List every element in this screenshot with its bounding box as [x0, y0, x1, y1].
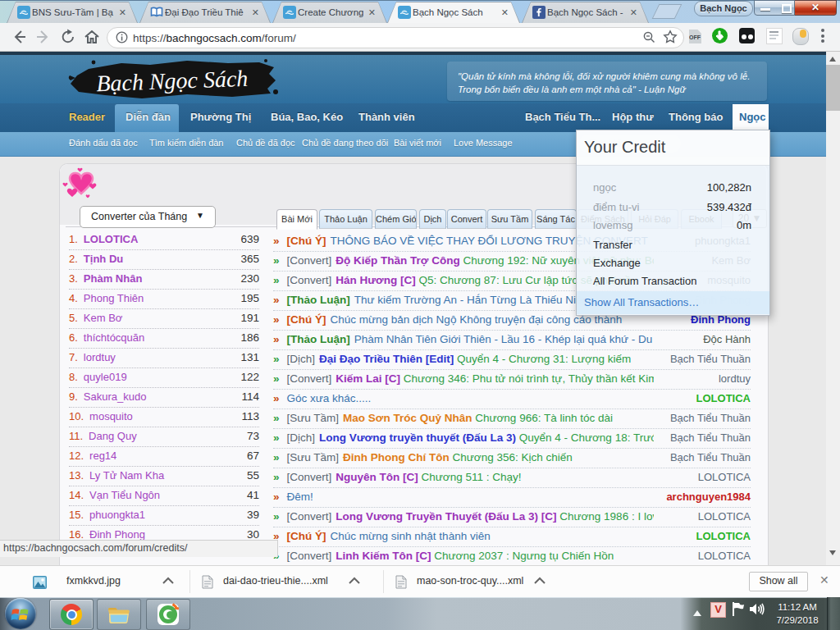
- svg-text:Bạch Ngọc Sách: Bạch Ngọc Sách: [96, 66, 249, 96]
